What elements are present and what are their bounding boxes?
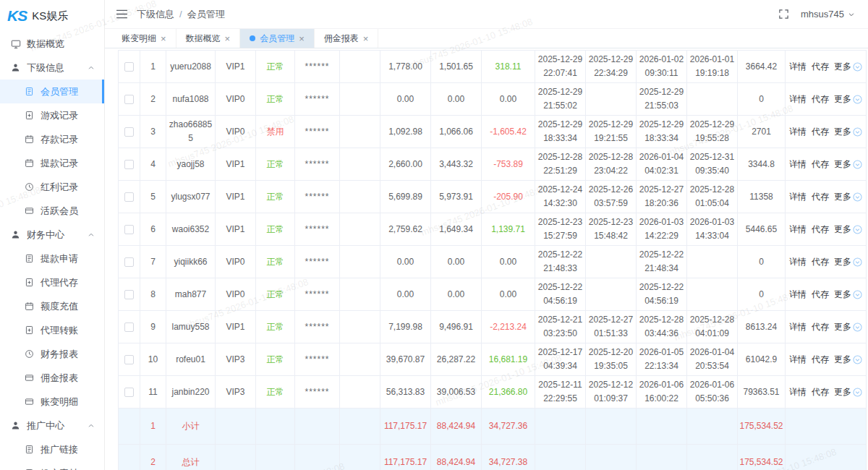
action-more-link[interactable]: 更多 xyxy=(834,223,862,236)
action-more-link[interactable]: 更多 xyxy=(834,353,862,367)
action-more-link[interactable]: 更多 xyxy=(834,255,862,269)
row-checkbox[interactable] xyxy=(124,257,134,267)
cell-time-2: 2025-12-29 22:34:29 xyxy=(586,51,637,83)
user-icon xyxy=(10,420,21,431)
action-more-link[interactable]: 更多 xyxy=(834,125,862,139)
user-dropdown[interactable]: mhsus745 xyxy=(801,9,855,20)
action-detail-link[interactable]: 详情 xyxy=(789,320,807,334)
action-detail-link[interactable]: 详情 xyxy=(789,158,807,171)
action-deposit-link[interactable]: 代存 xyxy=(812,60,829,74)
sidebar-item-subordinate-info[interactable]: 下级信息 xyxy=(0,56,104,80)
row-checkbox[interactable] xyxy=(124,95,134,104)
action-detail-link[interactable]: 详情 xyxy=(789,385,807,399)
tab-account-changes[interactable]: 账变明细× xyxy=(112,29,176,48)
sidebar-item-promotion-links[interactable]: 推广链接 xyxy=(0,437,104,461)
menu-icon[interactable] xyxy=(116,9,128,19)
breadcrumb-item-parent[interactable]: 下级信息 xyxy=(137,8,174,21)
sidebar-item-finance-report[interactable]: 财务报表 xyxy=(0,342,104,366)
cell-blank xyxy=(340,246,380,278)
cell-checkbox xyxy=(119,311,140,343)
action-deposit-link[interactable]: 代存 xyxy=(812,93,829,106)
sidebar-item-promotion-center[interactable]: 推广中心 xyxy=(0,414,104,437)
cell-password: ****** xyxy=(295,148,340,181)
action-detail-link[interactable]: 详情 xyxy=(789,93,807,106)
close-icon[interactable]: × xyxy=(363,34,369,43)
tab-commission-report[interactable]: 佣金报表× xyxy=(315,29,379,48)
action-deposit-link[interactable]: 代存 xyxy=(812,125,829,139)
status-badge: 正常 xyxy=(267,159,284,169)
action-detail-link[interactable]: 详情 xyxy=(789,125,807,139)
sidebar-item-withdraw-records[interactable]: 提款记录 xyxy=(0,151,104,175)
action-detail-link[interactable]: 详情 xyxy=(789,288,807,302)
sidebar-item-bonus-records[interactable]: 红利记录 xyxy=(0,175,104,199)
cell-vip-level: VIP0 xyxy=(216,278,256,311)
row-checkbox[interactable] xyxy=(124,290,134,299)
action-more-link[interactable]: 更多 xyxy=(834,288,862,302)
action-deposit-link[interactable]: 代存 xyxy=(812,223,829,236)
action-detail-link[interactable]: 详情 xyxy=(789,190,807,204)
row-checkbox[interactable] xyxy=(124,355,134,364)
sidebar-item-data-overview[interactable]: 数据概览 xyxy=(0,32,104,56)
action-deposit-link[interactable]: 代存 xyxy=(812,288,829,302)
row-checkbox[interactable] xyxy=(124,388,134,397)
sidebar-item-withdraw-apply[interactable]: 提款申请 xyxy=(0,247,104,270)
action-deposit-link[interactable]: 代存 xyxy=(812,320,829,334)
action-deposit-link[interactable]: 代存 xyxy=(812,255,829,269)
action-more-link[interactable]: 更多 xyxy=(834,93,862,106)
member-row: 8mah877VIP0正常******0.000.000.002025-12-2… xyxy=(119,278,867,311)
action-more-link[interactable]: 更多 xyxy=(834,320,862,334)
cell-actions: 详情代存更多 xyxy=(786,343,867,376)
member-row: 5ylugsx077VIP1正常******5,699.895,973.91-2… xyxy=(119,181,867,213)
sidebar-item-active-members[interactable]: 活跃会员 xyxy=(0,199,104,223)
action-detail-link[interactable]: 详情 xyxy=(789,255,807,269)
cell-profit: -205.90 xyxy=(482,181,535,213)
sidebar-item-member-management[interactable]: 会员管理 xyxy=(0,80,104,103)
sidebar-item-agent-deposit[interactable]: 代理代存 xyxy=(0,270,104,294)
sidebar-item-agent-transfer[interactable]: 代理转账 xyxy=(0,318,104,342)
cell-checkbox xyxy=(119,51,140,83)
action-detail-link[interactable]: 详情 xyxy=(789,60,807,74)
cell-withdraw: 88,424.94 xyxy=(431,445,482,470)
tab-member-management[interactable]: 会员管理× xyxy=(240,29,315,48)
sidebar-item-promotion-materials[interactable]: 推广素材 xyxy=(0,461,104,470)
sidebar-item-game-records[interactable]: 游戏记录 xyxy=(0,103,104,127)
sidebar-item-account-changes[interactable]: 账变明细 xyxy=(0,390,104,414)
row-checkbox[interactable] xyxy=(124,127,134,137)
row-checkbox[interactable] xyxy=(124,192,134,202)
topbar-right: mhsus745 xyxy=(778,9,855,20)
cell-vip-level: VIP1 xyxy=(216,311,256,343)
action-more-link[interactable]: 更多 xyxy=(834,158,862,171)
row-checkbox[interactable] xyxy=(124,62,134,72)
cell-checkbox xyxy=(119,213,140,246)
action-deposit-link[interactable]: 代存 xyxy=(812,190,829,204)
action-more-link[interactable]: 更多 xyxy=(834,60,862,74)
cell-time-4: 2026-01-03 14:33:04 xyxy=(687,213,738,246)
sidebar-item-commission-report[interactable]: 佣金报表 xyxy=(0,366,104,390)
close-icon[interactable]: × xyxy=(299,34,305,43)
sidebar-item-quota-recharge[interactable]: 额度充值 xyxy=(0,294,104,318)
action-detail-link[interactable]: 详情 xyxy=(789,223,807,236)
sidebar-item-finance-center[interactable]: 财务中心 xyxy=(0,223,104,247)
action-deposit-link[interactable]: 代存 xyxy=(812,385,829,399)
cell-actions: 详情代存更多 xyxy=(786,213,867,246)
action-more-link[interactable]: 更多 xyxy=(834,190,862,204)
more-circle-icon xyxy=(853,388,862,397)
action-deposit-link[interactable]: 代存 xyxy=(812,353,829,367)
cell-profit: 21,366.80 xyxy=(482,376,535,409)
row-checkbox[interactable] xyxy=(124,160,134,169)
sidebar-item-deposit-records[interactable]: 存款记录 xyxy=(0,127,104,151)
cell-profit: 34,727.36 xyxy=(482,409,535,445)
close-icon[interactable]: × xyxy=(161,34,166,43)
close-icon[interactable]: × xyxy=(225,34,231,43)
tab-data-overview[interactable]: 数据概览× xyxy=(176,29,241,48)
cell-time-4 xyxy=(687,278,738,311)
action-more-link[interactable]: 更多 xyxy=(834,385,862,399)
action-deposit-link[interactable]: 代存 xyxy=(812,158,829,171)
clock-icon xyxy=(24,349,35,359)
action-detail-link[interactable]: 详情 xyxy=(789,353,807,367)
row-checkbox[interactable] xyxy=(124,322,134,332)
status-badge: 正常 xyxy=(267,322,284,332)
row-checkbox[interactable] xyxy=(124,225,134,234)
fullscreen-icon[interactable] xyxy=(778,9,789,20)
topbar: 下级信息 / 会员管理 mhsus745 xyxy=(105,0,868,29)
